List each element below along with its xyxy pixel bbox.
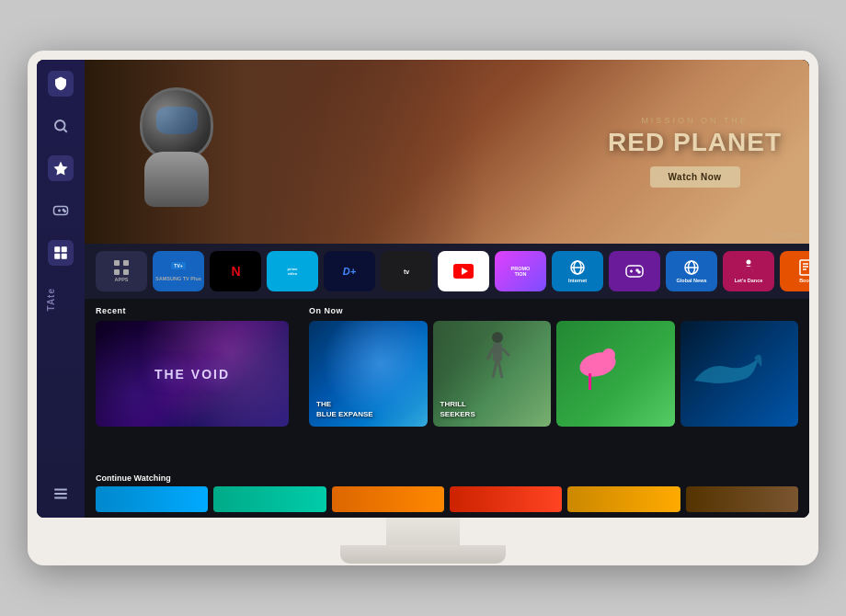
app-icon-samsung-plus[interactable]: TV+ SAMSUNG TV Plus: [153, 251, 204, 291]
disney-logo: D+: [343, 266, 356, 277]
sidebar-icon-search[interactable]: [48, 113, 74, 139]
pink-animal-shape: [575, 348, 621, 381]
app-label-global-news: Global News: [676, 278, 706, 283]
sidebar: TAte: [37, 60, 85, 518]
astronaut-suit: [144, 152, 209, 207]
svg-line-1: [63, 129, 66, 131]
continue-thumb-6[interactable]: [686, 486, 798, 512]
app-icon-promotion[interactable]: PROMOTION: [495, 251, 546, 291]
tate-label: TAte: [46, 288, 56, 311]
app-icon-gaming-app[interactable]: [609, 251, 660, 291]
app-row: APPS TV+ SAMSUNG TV Plus N: [85, 244, 809, 299]
continue-thumb-3[interactable]: [332, 486, 444, 512]
sidebar-icon-media[interactable]: [48, 240, 74, 266]
monitor: TAte: [28, 51, 818, 565]
svg-rect-45: [493, 343, 502, 361]
sidebar-icon-privacy[interactable]: [48, 71, 74, 97]
app-icon-dance[interactable]: Let's Dance: [723, 251, 774, 291]
svg-text:TV+: TV+: [174, 263, 182, 268]
continue-thumbs: [96, 486, 798, 512]
sidebar-icon-ambient[interactable]: [48, 155, 74, 181]
svg-line-48: [493, 361, 497, 378]
watch-now-button[interactable]: Watch Now: [650, 166, 740, 188]
svg-rect-7: [54, 246, 60, 252]
svg-rect-39: [800, 260, 809, 275]
main-content: MISSION ON THE RED PLANET Watch Now Spon…: [85, 60, 809, 518]
content-area: Recent THE VOID On Now THEBLUE EXPANSE: [85, 299, 809, 470]
card-blue-expanse[interactable]: THEBLUE EXPANSE: [309, 321, 428, 427]
svg-line-46: [487, 348, 493, 359]
app-icon-apps[interactable]: APPS: [96, 251, 147, 291]
app-icon-global-news[interactable]: Global News: [666, 251, 717, 291]
monitor-stand-base: [340, 545, 506, 564]
svg-rect-15: [123, 260, 129, 266]
astronaut-helmet: [140, 87, 213, 161]
app-icon-disney[interactable]: D+: [324, 251, 375, 291]
continue-thumb-4[interactable]: [450, 486, 562, 512]
continue-watching-label: Continue Watching: [96, 473, 798, 483]
svg-point-6: [64, 211, 66, 212]
app-icon-internet[interactable]: Internet: [552, 251, 603, 291]
sidebar-icon-menu[interactable]: [48, 481, 74, 507]
app-icon-prime[interactable]: prime video: [267, 251, 318, 291]
svg-rect-8: [62, 246, 67, 252]
svg-line-49: [498, 361, 502, 378]
continue-watching-bar: Continue Watching: [85, 470, 809, 518]
svg-line-47: [502, 348, 509, 356]
svg-point-33: [636, 269, 638, 271]
app-icon-netflix[interactable]: N: [210, 251, 261, 291]
svg-point-0: [55, 120, 65, 131]
svg-rect-10: [62, 254, 67, 259]
card-thrill-seekers[interactable]: THRILLSEEKERS: [433, 321, 552, 427]
card-blue-expanse-title: THEBLUE EXPANSE: [316, 400, 373, 419]
monitor-screen: TAte: [37, 60, 809, 518]
on-now-label: On Now: [309, 306, 798, 315]
on-now-section: On Now THEBLUE EXPANSE: [309, 306, 798, 462]
hero-text: MISSION ON THE RED PLANET Watch Now: [608, 116, 782, 188]
card-ocean[interactable]: [680, 321, 799, 427]
continue-thumb-1[interactable]: [96, 486, 208, 512]
on-now-grid: THEBLUE EXPANSE: [309, 321, 798, 427]
app-icon-book[interactable]: Book: [780, 251, 809, 291]
svg-text:video: video: [288, 271, 298, 276]
sidebar-icon-gaming[interactable]: [48, 198, 74, 223]
hero-title: RED PLANET: [608, 129, 782, 157]
hero-sponsored: Sponsored: [771, 232, 802, 238]
app-icon-youtube[interactable]: [438, 251, 489, 291]
svg-point-38: [747, 259, 751, 264]
monitor-stand-neck: [386, 518, 460, 545]
continue-thumb-2[interactable]: [213, 486, 326, 512]
card-thrill-seekers-title: THRILLSEEKERS: [440, 400, 475, 419]
svg-rect-14: [114, 260, 120, 266]
recent-thumbnail[interactable]: THE VOID: [96, 321, 289, 427]
app-label-internet: Internet: [568, 278, 587, 283]
app-label-book: Book: [799, 278, 809, 283]
recent-section: Recent THE VOID: [96, 306, 298, 462]
card-pink-dog[interactable]: [556, 321, 675, 427]
svg-text:tv: tv: [404, 268, 409, 275]
promotion-label: PROMOTION: [511, 266, 531, 277]
hero-banner: MISSION ON THE RED PLANET Watch Now Spon…: [85, 60, 809, 244]
netflix-logo: N: [231, 264, 239, 279]
hero-subtitle: MISSION ON THE: [608, 116, 782, 125]
app-label-samsung-plus: SAMSUNG TV Plus: [155, 276, 201, 281]
hero-figure: [85, 60, 483, 244]
svg-rect-9: [54, 254, 60, 259]
tv-ui: TAte: [37, 60, 809, 518]
svg-point-34: [638, 271, 640, 273]
the-void-title: THE VOID: [154, 367, 230, 382]
svg-point-44: [492, 332, 503, 343]
recent-label: Recent: [96, 306, 298, 315]
app-label-dance: Let's Dance: [735, 278, 763, 283]
app-label-apps: APPS: [115, 277, 129, 282]
hero-astronaut: [121, 69, 232, 216]
svg-rect-16: [114, 269, 120, 275]
continue-thumb-5[interactable]: [567, 486, 680, 512]
app-icon-appletv[interactable]: tv: [381, 251, 432, 291]
svg-rect-17: [123, 269, 129, 275]
